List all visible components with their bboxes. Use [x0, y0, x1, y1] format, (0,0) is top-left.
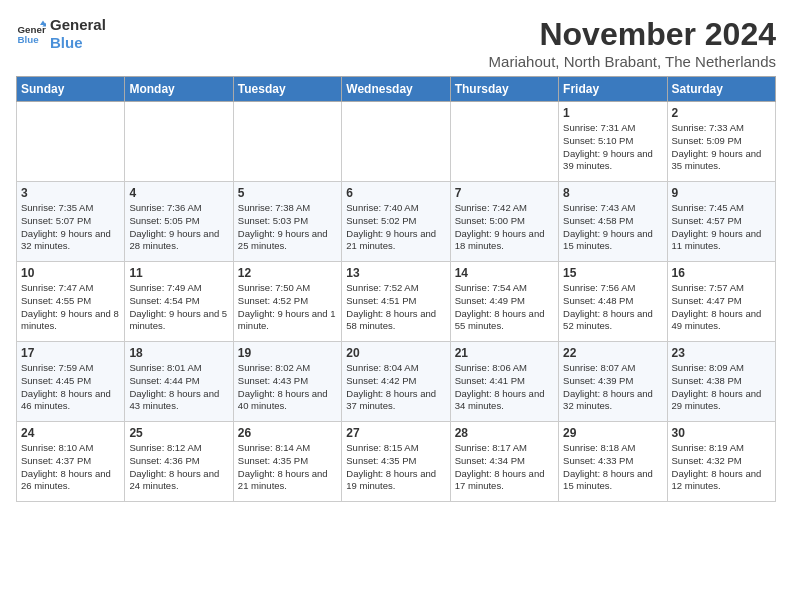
calendar-cell: 28Sunrise: 8:17 AM Sunset: 4:34 PM Dayli… — [450, 422, 558, 502]
day-info: Sunrise: 7:57 AM Sunset: 4:47 PM Dayligh… — [672, 282, 771, 333]
day-info: Sunrise: 7:47 AM Sunset: 4:55 PM Dayligh… — [21, 282, 120, 333]
calendar-cell: 4Sunrise: 7:36 AM Sunset: 5:05 PM Daylig… — [125, 182, 233, 262]
day-number: 6 — [346, 186, 445, 200]
calendar-cell — [233, 102, 341, 182]
calendar-cell — [450, 102, 558, 182]
day-number: 15 — [563, 266, 662, 280]
header-saturday: Saturday — [667, 77, 775, 102]
title-area: November 2024 Mariahout, North Brabant, … — [489, 16, 776, 70]
day-number: 3 — [21, 186, 120, 200]
calendar-week-row: 17Sunrise: 7:59 AM Sunset: 4:45 PM Dayli… — [17, 342, 776, 422]
day-info: Sunrise: 8:06 AM Sunset: 4:41 PM Dayligh… — [455, 362, 554, 413]
day-number: 28 — [455, 426, 554, 440]
day-info: Sunrise: 7:50 AM Sunset: 4:52 PM Dayligh… — [238, 282, 337, 333]
logo-icon: General Blue — [16, 19, 46, 49]
header-monday: Monday — [125, 77, 233, 102]
day-number: 14 — [455, 266, 554, 280]
calendar-table: SundayMondayTuesdayWednesdayThursdayFrid… — [16, 76, 776, 502]
day-info: Sunrise: 7:35 AM Sunset: 5:07 PM Dayligh… — [21, 202, 120, 253]
day-info: Sunrise: 7:52 AM Sunset: 4:51 PM Dayligh… — [346, 282, 445, 333]
calendar-cell — [342, 102, 450, 182]
day-number: 22 — [563, 346, 662, 360]
calendar-cell: 7Sunrise: 7:42 AM Sunset: 5:00 PM Daylig… — [450, 182, 558, 262]
calendar-week-row: 10Sunrise: 7:47 AM Sunset: 4:55 PM Dayli… — [17, 262, 776, 342]
calendar-cell: 24Sunrise: 8:10 AM Sunset: 4:37 PM Dayli… — [17, 422, 125, 502]
header-wednesday: Wednesday — [342, 77, 450, 102]
calendar-week-row: 1Sunrise: 7:31 AM Sunset: 5:10 PM Daylig… — [17, 102, 776, 182]
day-number: 18 — [129, 346, 228, 360]
day-number: 4 — [129, 186, 228, 200]
day-number: 8 — [563, 186, 662, 200]
calendar-cell: 26Sunrise: 8:14 AM Sunset: 4:35 PM Dayli… — [233, 422, 341, 502]
day-info: Sunrise: 7:49 AM Sunset: 4:54 PM Dayligh… — [129, 282, 228, 333]
day-number: 19 — [238, 346, 337, 360]
day-number: 29 — [563, 426, 662, 440]
header-sunday: Sunday — [17, 77, 125, 102]
calendar-week-row: 3Sunrise: 7:35 AM Sunset: 5:07 PM Daylig… — [17, 182, 776, 262]
calendar-cell: 19Sunrise: 8:02 AM Sunset: 4:43 PM Dayli… — [233, 342, 341, 422]
day-info: Sunrise: 8:09 AM Sunset: 4:38 PM Dayligh… — [672, 362, 771, 413]
day-info: Sunrise: 8:10 AM Sunset: 4:37 PM Dayligh… — [21, 442, 120, 493]
calendar-cell: 15Sunrise: 7:56 AM Sunset: 4:48 PM Dayli… — [559, 262, 667, 342]
calendar-cell: 1Sunrise: 7:31 AM Sunset: 5:10 PM Daylig… — [559, 102, 667, 182]
calendar-cell: 5Sunrise: 7:38 AM Sunset: 5:03 PM Daylig… — [233, 182, 341, 262]
day-info: Sunrise: 8:17 AM Sunset: 4:34 PM Dayligh… — [455, 442, 554, 493]
calendar-cell: 3Sunrise: 7:35 AM Sunset: 5:07 PM Daylig… — [17, 182, 125, 262]
calendar-cell: 9Sunrise: 7:45 AM Sunset: 4:57 PM Daylig… — [667, 182, 775, 262]
day-number: 16 — [672, 266, 771, 280]
day-number: 5 — [238, 186, 337, 200]
day-info: Sunrise: 8:07 AM Sunset: 4:39 PM Dayligh… — [563, 362, 662, 413]
calendar-cell: 16Sunrise: 7:57 AM Sunset: 4:47 PM Dayli… — [667, 262, 775, 342]
day-number: 13 — [346, 266, 445, 280]
logo-line1: General — [50, 16, 106, 34]
calendar-cell: 20Sunrise: 8:04 AM Sunset: 4:42 PM Dayli… — [342, 342, 450, 422]
header-tuesday: Tuesday — [233, 77, 341, 102]
day-info: Sunrise: 7:59 AM Sunset: 4:45 PM Dayligh… — [21, 362, 120, 413]
calendar-cell: 23Sunrise: 8:09 AM Sunset: 4:38 PM Dayli… — [667, 342, 775, 422]
calendar-cell: 8Sunrise: 7:43 AM Sunset: 4:58 PM Daylig… — [559, 182, 667, 262]
day-number: 30 — [672, 426, 771, 440]
day-info: Sunrise: 7:54 AM Sunset: 4:49 PM Dayligh… — [455, 282, 554, 333]
calendar-header-row: SundayMondayTuesdayWednesdayThursdayFrid… — [17, 77, 776, 102]
day-number: 9 — [672, 186, 771, 200]
calendar-cell: 13Sunrise: 7:52 AM Sunset: 4:51 PM Dayli… — [342, 262, 450, 342]
day-info: Sunrise: 7:36 AM Sunset: 5:05 PM Dayligh… — [129, 202, 228, 253]
day-info: Sunrise: 7:40 AM Sunset: 5:02 PM Dayligh… — [346, 202, 445, 253]
calendar-cell: 27Sunrise: 8:15 AM Sunset: 4:35 PM Dayli… — [342, 422, 450, 502]
day-info: Sunrise: 8:02 AM Sunset: 4:43 PM Dayligh… — [238, 362, 337, 413]
day-info: Sunrise: 7:56 AM Sunset: 4:48 PM Dayligh… — [563, 282, 662, 333]
calendar-cell: 14Sunrise: 7:54 AM Sunset: 4:49 PM Dayli… — [450, 262, 558, 342]
day-number: 21 — [455, 346, 554, 360]
calendar-cell: 25Sunrise: 8:12 AM Sunset: 4:36 PM Dayli… — [125, 422, 233, 502]
calendar-cell: 29Sunrise: 8:18 AM Sunset: 4:33 PM Dayli… — [559, 422, 667, 502]
header-thursday: Thursday — [450, 77, 558, 102]
day-info: Sunrise: 8:04 AM Sunset: 4:42 PM Dayligh… — [346, 362, 445, 413]
day-number: 11 — [129, 266, 228, 280]
day-number: 24 — [21, 426, 120, 440]
day-number: 26 — [238, 426, 337, 440]
calendar-cell — [125, 102, 233, 182]
day-number: 27 — [346, 426, 445, 440]
day-number: 20 — [346, 346, 445, 360]
day-info: Sunrise: 7:38 AM Sunset: 5:03 PM Dayligh… — [238, 202, 337, 253]
day-info: Sunrise: 8:14 AM Sunset: 4:35 PM Dayligh… — [238, 442, 337, 493]
day-number: 12 — [238, 266, 337, 280]
calendar-cell: 6Sunrise: 7:40 AM Sunset: 5:02 PM Daylig… — [342, 182, 450, 262]
day-number: 1 — [563, 106, 662, 120]
calendar-cell: 2Sunrise: 7:33 AM Sunset: 5:09 PM Daylig… — [667, 102, 775, 182]
calendar-cell: 22Sunrise: 8:07 AM Sunset: 4:39 PM Dayli… — [559, 342, 667, 422]
calendar-cell: 10Sunrise: 7:47 AM Sunset: 4:55 PM Dayli… — [17, 262, 125, 342]
logo: General Blue General Blue — [16, 16, 106, 52]
day-info: Sunrise: 8:18 AM Sunset: 4:33 PM Dayligh… — [563, 442, 662, 493]
calendar-cell — [17, 102, 125, 182]
day-info: Sunrise: 7:43 AM Sunset: 4:58 PM Dayligh… — [563, 202, 662, 253]
day-number: 2 — [672, 106, 771, 120]
calendar-cell: 11Sunrise: 7:49 AM Sunset: 4:54 PM Dayli… — [125, 262, 233, 342]
day-number: 17 — [21, 346, 120, 360]
day-info: Sunrise: 7:31 AM Sunset: 5:10 PM Dayligh… — [563, 122, 662, 173]
calendar-cell: 21Sunrise: 8:06 AM Sunset: 4:41 PM Dayli… — [450, 342, 558, 422]
location-subtitle: Mariahout, North Brabant, The Netherland… — [489, 53, 776, 70]
calendar-week-row: 24Sunrise: 8:10 AM Sunset: 4:37 PM Dayli… — [17, 422, 776, 502]
svg-text:Blue: Blue — [18, 34, 40, 45]
day-number: 10 — [21, 266, 120, 280]
